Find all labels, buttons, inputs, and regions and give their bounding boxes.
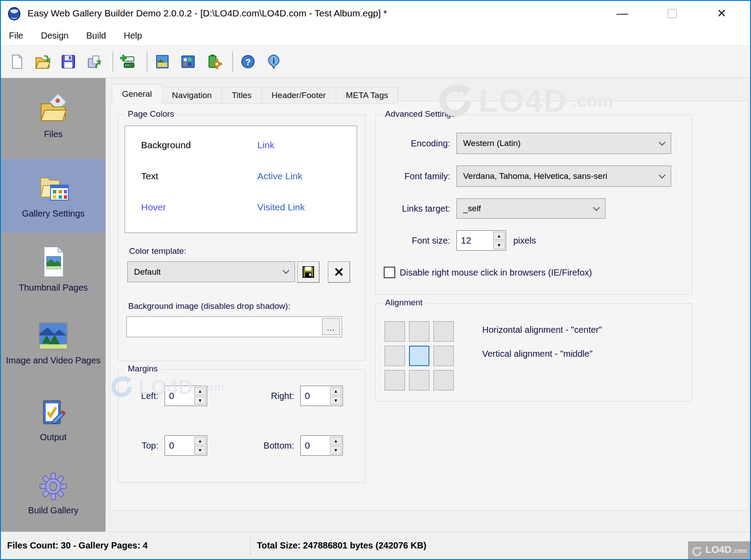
sidebar-item-label: Files [44,129,63,139]
sidebar-item-gallery-settings[interactable]: Gallery Settings [1,159,106,233]
links-target-label: Links target: [384,204,450,214]
toolbar-separator [232,51,233,72]
about-button[interactable]: i [265,53,283,71]
tab-header-footer[interactable]: Header/Footer [262,87,336,104]
spin-up-button[interactable]: ▲ [194,387,206,395]
alignment-cell[interactable] [433,321,454,342]
chevron-down-icon [659,138,666,146]
menu-design[interactable]: Design [41,31,68,41]
maximize-icon [668,9,677,18]
sidebar-item-output[interactable]: Output [1,390,106,449]
new-file-button[interactable] [8,53,26,71]
menu-help[interactable]: Help [124,31,142,41]
toolbar: ? i [1,45,750,78]
advanced-settings-group: Advanced Settings Encoding: Western (Lat… [375,114,692,295]
chevron-down-icon [659,171,666,178]
tab-general[interactable]: General [112,84,162,104]
sidebar-item-thumbnail-pages[interactable]: Thumbnail Pages [1,238,106,300]
color-item-text[interactable]: Text [141,171,257,181]
alignment-cell[interactable] [409,346,429,366]
color-item-hover[interactable]: Hover [141,202,257,213]
font-size-spinner[interactable]: 12 ▲▼ [456,230,506,251]
menu-build[interactable]: Build [87,31,106,41]
spin-down-button[interactable]: ▼ [330,446,342,454]
image-icon [154,54,170,70]
thumbnail-settings-button[interactable] [179,53,197,71]
status-files-count: Files Count: 30 - Gallery Pages: 4 [1,540,250,551]
sidebar-item-image-video-pages[interactable]: Image and Video Pages [1,305,106,381]
disable-right-click-checkbox[interactable] [384,267,395,278]
encoding-row: Encoding: Western (Latin) [384,133,671,154]
color-item-link[interactable]: Link [257,140,357,150]
alignment-cell[interactable] [385,346,405,366]
links-target-row: Links target: _self [384,198,606,219]
window-body: Files Gallery Settings [1,78,750,532]
spin-up-button[interactable]: ▲ [194,437,206,445]
svg-text:i: i [272,56,275,65]
margin-left-spinner[interactable]: 0 ▲▼ [165,386,207,406]
spin-up-button[interactable]: ▲ [330,437,342,445]
spin-up-button[interactable]: ▲ [493,232,505,240]
sidebar-item-build-gallery[interactable]: Build Gallery [1,465,106,521]
thumbnail-pages-icon [39,245,68,280]
alignment-cell[interactable] [385,321,405,342]
encoding-select[interactable]: Western (Latin) [456,133,671,154]
image-video-icon [36,320,71,352]
alignment-cell[interactable] [409,321,429,342]
files-icon [37,93,70,126]
group-title: Page Colors [125,109,177,119]
save-template-icon [302,265,315,279]
spin-down-button[interactable]: ▼ [493,241,505,249]
margin-bottom-spinner[interactable]: 0 ▲▼ [300,435,343,456]
spin-up-button[interactable]: ▲ [330,387,342,395]
margin-top-label: Top: [126,441,158,451]
open-project-button[interactable] [34,53,51,71]
margin-top-spinner[interactable]: 0 ▲▼ [165,435,207,456]
open-folder-icon [34,53,51,70]
color-item-visited-link[interactable]: Visited Link [257,202,357,213]
chevron-down-icon [283,267,290,274]
color-item-active-link[interactable]: Active Link [257,171,357,181]
page-colors-group: Page Colors Background Link Text Active … [118,114,365,361]
save-template-button[interactable] [297,261,319,283]
margin-right-row: Right: 0 ▲▼ [251,386,343,406]
browse-button[interactable]: ... [322,318,340,335]
links-target-select[interactable]: _self [456,198,606,219]
help-button[interactable]: ? [239,53,257,71]
spin-down-button[interactable]: ▼ [330,396,342,405]
svg-text:?: ? [245,57,251,67]
margin-right-spinner[interactable]: 0 ▲▼ [300,386,343,406]
spin-down-button[interactable]: ▼ [194,396,206,405]
alignment-cell[interactable] [385,370,405,390]
build-settings-button[interactable] [205,53,223,71]
minimize-button[interactable]: — [598,2,647,24]
sidebar-item-files[interactable]: Files [1,81,106,152]
alignment-cell[interactable] [409,370,429,390]
save-project-button[interactable] [59,53,77,71]
spin-down-button[interactable]: ▼ [194,446,206,454]
tab-navigation[interactable]: Navigation [162,87,222,104]
tab-meta-tags[interactable]: META Tags [336,87,398,104]
add-files-button[interactable] [119,53,137,71]
alignment-grid [385,321,454,390]
background-image-input[interactable]: ... [126,316,342,337]
app-icon [6,5,22,21]
image-settings-button[interactable] [153,53,171,71]
links-target-value: _self [463,204,481,213]
color-item-background[interactable]: Background [141,140,257,150]
alignment-cell[interactable] [433,370,454,390]
build-gallery-icon [37,470,69,502]
maximize-button[interactable] [647,2,697,24]
export-project-button[interactable] [85,53,103,71]
delete-template-button[interactable]: ✕ [328,261,350,283]
close-button[interactable]: ✕ [697,2,747,24]
alignment-cell[interactable] [433,346,454,366]
menu-file[interactable]: File [9,31,23,41]
build-icon [205,53,222,70]
font-family-select[interactable]: Verdana, Tahoma, Helvetica, sans-seri [456,166,671,187]
margin-left-label: Left: [126,391,158,401]
color-template-select[interactable]: Default [127,261,295,282]
background-image-label: Background image (disables drop shadow): [128,301,290,311]
tab-titles[interactable]: Titles [222,87,262,104]
margin-bottom-row: Bottom: 0 ▲▼ [251,435,343,456]
